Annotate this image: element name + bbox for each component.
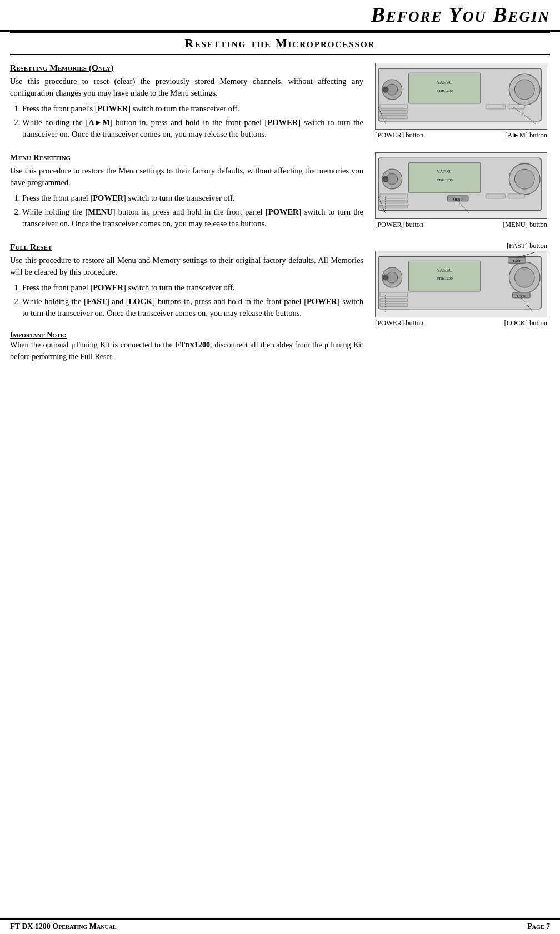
image3-labels: [POWER] button [LOCK] button xyxy=(375,319,547,327)
svg-rect-26 xyxy=(380,200,408,203)
fast-button-label: [FAST] button xyxy=(375,242,547,250)
resetting-memories-text: Resetting Memories (Only) Use this proce… xyxy=(10,63,363,142)
svg-rect-44 xyxy=(380,292,408,297)
svg-point-30 xyxy=(383,176,388,182)
radio-image-2: YAESU FTdx1200 MENU xyxy=(375,152,547,219)
svg-rect-45 xyxy=(380,299,408,302)
image1-labels: [POWER] button [A►M] button xyxy=(375,131,547,140)
svg-rect-46 xyxy=(380,304,408,307)
radio-image-1: YAESU FTdx1200 xyxy=(375,63,547,130)
image1-label-right: [A►M] button xyxy=(505,131,547,140)
radio-image-3: YAESU FTdx1200 FAST LOCK xyxy=(375,251,547,317)
svg-text:FAST: FAST xyxy=(513,260,521,263)
image1-label-left: [POWER] button xyxy=(375,131,423,140)
page-header: Before You Begin xyxy=(0,0,560,32)
svg-rect-25 xyxy=(380,194,408,198)
page-title: Before You Begin xyxy=(371,2,550,27)
full-reset-steps: Press the front panel [POWER] switch to … xyxy=(22,282,363,319)
full-reset-image: [FAST] button YAESU FTdx1200 FAST xyxy=(372,242,550,362)
menu-resetting-section: Menu Resetting Use this procedure to res… xyxy=(10,152,550,232)
menu-resetting-text: Menu Resetting Use this procedure to res… xyxy=(10,152,363,232)
image2-labels: [POWER] button [MENU] button xyxy=(375,221,547,229)
svg-rect-27 xyxy=(380,205,408,208)
svg-point-13 xyxy=(383,87,388,92)
menu-resetting-intro: Use this procedure to restore the Menu s… xyxy=(10,165,363,188)
resetting-memories-heading: Resetting Memories (Only) xyxy=(10,63,363,73)
svg-rect-10 xyxy=(380,116,408,119)
svg-text:YAESU: YAESU xyxy=(437,267,453,273)
svg-point-7 xyxy=(514,80,534,100)
image2-label-right: [MENU] button xyxy=(503,221,547,229)
menu-resetting-steps: Press the front panel [POWER] switch to … xyxy=(22,192,363,230)
step-item: While holding the [A►M] button in, press… xyxy=(22,117,363,140)
step-item: Press the front panel [POWER] switch to … xyxy=(22,192,363,204)
svg-rect-11 xyxy=(486,105,506,109)
resetting-memories-image: YAESU FTdx1200 xyxy=(372,63,550,142)
step-item: Press the front panel's [POWER] switch t… xyxy=(22,103,363,115)
svg-text:YAESU: YAESU xyxy=(437,80,453,85)
resetting-memories-intro: Use this procedure to reset (clear) the … xyxy=(10,76,363,99)
svg-rect-12 xyxy=(508,105,524,109)
svg-point-51 xyxy=(383,275,388,280)
full-reset-section: Full Reset Use this procedure to restore… xyxy=(10,242,550,362)
svg-rect-28 xyxy=(486,194,506,198)
svg-text:FTdx1200: FTdx1200 xyxy=(437,178,453,182)
svg-text:YAESU: YAESU xyxy=(437,169,453,175)
svg-rect-29 xyxy=(508,194,524,198)
footer-left: FT DX 1200 Operating Manual xyxy=(10,922,117,931)
svg-point-43 xyxy=(514,267,534,287)
full-reset-heading: Full Reset xyxy=(10,242,363,252)
step-item: While holding the [MENU] button in, pres… xyxy=(22,206,363,230)
svg-text:LOCK: LOCK xyxy=(517,295,526,298)
svg-rect-9 xyxy=(380,111,408,114)
image3-label-left: [POWER] button xyxy=(375,319,423,327)
section-title: Resetting the Microprocessor xyxy=(10,32,550,55)
svg-rect-8 xyxy=(380,105,408,109)
svg-text:MENU: MENU xyxy=(453,198,463,201)
step-item: While holding the [FAST] and [LOCK] butt… xyxy=(22,296,363,319)
svg-point-24 xyxy=(514,169,534,189)
main-content: Resetting Memories (Only) Use this proce… xyxy=(0,55,560,362)
resetting-memories-steps: Press the front panel's [POWER] switch t… xyxy=(22,103,363,140)
full-reset-intro: Use this procedure to restore all Menu a… xyxy=(10,255,363,278)
svg-text:FTdx1200: FTdx1200 xyxy=(437,88,453,93)
important-note-text: When the optional μTuning Kit is connect… xyxy=(10,340,363,362)
image2-label-left: [POWER] button xyxy=(375,221,423,229)
resetting-memories-section: Resetting Memories (Only) Use this proce… xyxy=(10,63,550,142)
full-reset-text: Full Reset Use this procedure to restore… xyxy=(10,242,363,362)
image3-label-right: [LOCK] button xyxy=(504,319,547,327)
footer-right: Page 7 xyxy=(527,922,550,931)
important-note-heading: Important Note: xyxy=(10,331,363,340)
menu-resetting-image: YAESU FTdx1200 MENU xyxy=(372,152,550,232)
step-item: Press the front panel [POWER] switch to … xyxy=(22,282,363,294)
menu-resetting-heading: Menu Resetting xyxy=(10,152,363,162)
svg-text:FTdx1200: FTdx1200 xyxy=(437,276,453,281)
page-footer: FT DX 1200 Operating Manual Page 7 xyxy=(0,918,560,934)
